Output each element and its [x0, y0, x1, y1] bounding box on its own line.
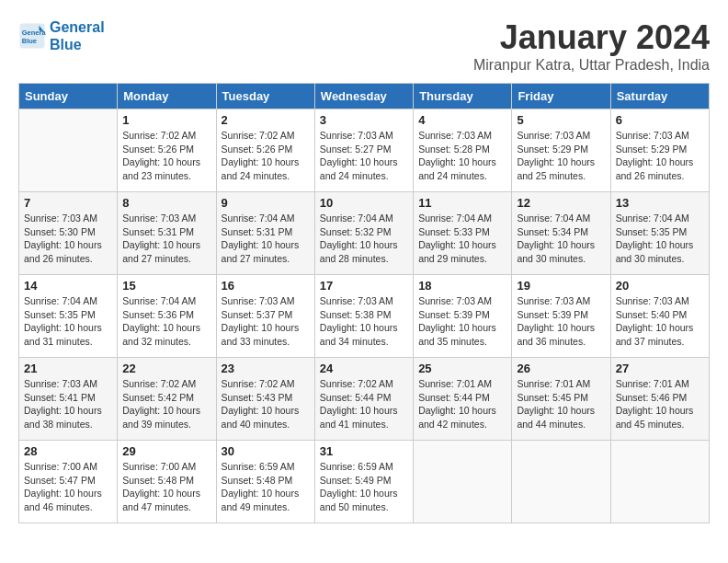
weekday-header: Tuesday: [216, 84, 314, 109]
day-detail: Sunrise: 7:01 AM Sunset: 5:45 PM Dayligh…: [517, 377, 605, 431]
day-number: 1: [122, 113, 210, 127]
calendar-cell: 7Sunrise: 7:03 AM Sunset: 5:30 PM Daylig…: [19, 192, 118, 275]
day-number: 29: [122, 444, 210, 458]
day-number: 9: [222, 196, 310, 210]
day-number: 20: [616, 279, 704, 293]
svg-text:Blue: Blue: [22, 37, 37, 45]
day-number: 31: [320, 444, 408, 458]
day-number: 30: [222, 444, 310, 458]
logo-line2: Blue: [50, 36, 105, 53]
day-detail: Sunrise: 7:03 AM Sunset: 5:39 PM Dayligh…: [517, 294, 605, 349]
day-number: 28: [24, 444, 112, 458]
page-header: General Blue General Blue January 2024 M…: [18, 18, 710, 74]
svg-text:General: General: [22, 29, 46, 37]
weekday-header: Friday: [512, 84, 610, 109]
calendar-cell: [512, 441, 610, 523]
day-detail: Sunrise: 6:59 AM Sunset: 5:49 PM Dayligh…: [320, 460, 408, 514]
calendar-cell: 3Sunrise: 7:03 AM Sunset: 5:27 PM Daylig…: [314, 109, 413, 192]
day-detail: Sunrise: 7:04 AM Sunset: 5:35 PM Dayligh…: [616, 212, 704, 266]
calendar-cell: 31Sunrise: 6:59 AM Sunset: 5:49 PM Dayli…: [314, 441, 413, 523]
day-detail: Sunrise: 7:04 AM Sunset: 5:32 PM Dayligh…: [320, 212, 408, 266]
day-detail: Sunrise: 7:02 AM Sunset: 5:44 PM Dayligh…: [320, 377, 408, 431]
calendar-cell: 4Sunrise: 7:03 AM Sunset: 5:28 PM Daylig…: [414, 109, 512, 192]
logo-line1: General: [50, 18, 105, 36]
calendar-cell: 5Sunrise: 7:03 AM Sunset: 5:29 PM Daylig…: [512, 109, 610, 192]
calendar-cell: 29Sunrise: 7:00 AM Sunset: 5:48 PM Dayli…: [118, 441, 216, 523]
day-number: 12: [517, 196, 605, 210]
logo-icon: General Blue: [18, 22, 46, 50]
calendar-cell: 9Sunrise: 7:04 AM Sunset: 5:31 PM Daylig…: [216, 192, 314, 275]
day-detail: Sunrise: 7:03 AM Sunset: 5:29 PM Dayligh…: [616, 129, 704, 183]
day-number: 5: [517, 113, 605, 127]
calendar-cell: 26Sunrise: 7:01 AM Sunset: 5:45 PM Dayli…: [512, 358, 610, 441]
calendar-cell: 30Sunrise: 6:59 AM Sunset: 5:48 PM Dayli…: [216, 441, 314, 523]
day-number: 16: [222, 279, 310, 293]
day-number: 4: [418, 113, 506, 127]
weekday-header: Wednesday: [314, 84, 413, 109]
weekday-header: Monday: [118, 84, 216, 109]
day-number: 18: [418, 279, 506, 293]
calendar-cell: 25Sunrise: 7:01 AM Sunset: 5:44 PM Dayli…: [414, 358, 512, 441]
calendar-cell: 1Sunrise: 7:02 AM Sunset: 5:26 PM Daylig…: [118, 109, 216, 192]
calendar-cell: 15Sunrise: 7:04 AM Sunset: 5:36 PM Dayli…: [118, 275, 216, 358]
calendar-cell: [19, 109, 118, 192]
weekday-header: Thursday: [414, 84, 512, 109]
day-number: 11: [418, 196, 506, 210]
calendar-cell: [414, 441, 512, 523]
day-detail: Sunrise: 7:03 AM Sunset: 5:37 PM Dayligh…: [222, 294, 310, 349]
day-number: 25: [418, 362, 506, 375]
day-number: 24: [320, 362, 408, 375]
day-number: 6: [616, 113, 704, 127]
day-detail: Sunrise: 7:02 AM Sunset: 5:26 PM Dayligh…: [122, 129, 210, 183]
calendar-cell: 23Sunrise: 7:02 AM Sunset: 5:43 PM Dayli…: [216, 358, 314, 441]
day-detail: Sunrise: 7:02 AM Sunset: 5:42 PM Dayligh…: [122, 377, 210, 431]
day-number: 3: [320, 113, 408, 127]
calendar-cell: 10Sunrise: 7:04 AM Sunset: 5:32 PM Dayli…: [314, 192, 413, 275]
calendar-cell: 11Sunrise: 7:04 AM Sunset: 5:33 PM Dayli…: [414, 192, 512, 275]
calendar-cell: 19Sunrise: 7:03 AM Sunset: 5:39 PM Dayli…: [512, 275, 610, 358]
day-number: 21: [24, 362, 112, 375]
day-detail: Sunrise: 7:03 AM Sunset: 5:28 PM Dayligh…: [418, 129, 506, 183]
calendar-title: January 2024: [473, 18, 710, 57]
day-number: 13: [616, 196, 704, 210]
day-number: 27: [616, 362, 704, 375]
calendar-cell: 21Sunrise: 7:03 AM Sunset: 5:41 PM Dayli…: [19, 358, 118, 441]
calendar-cell: 24Sunrise: 7:02 AM Sunset: 5:44 PM Dayli…: [314, 358, 413, 441]
day-detail: Sunrise: 7:03 AM Sunset: 5:39 PM Dayligh…: [418, 294, 506, 349]
calendar-cell: 28Sunrise: 7:00 AM Sunset: 5:47 PM Dayli…: [19, 441, 118, 523]
day-detail: Sunrise: 7:03 AM Sunset: 5:40 PM Dayligh…: [616, 294, 704, 349]
day-number: 19: [517, 279, 605, 293]
day-detail: Sunrise: 7:04 AM Sunset: 5:34 PM Dayligh…: [517, 212, 605, 266]
calendar-cell: 18Sunrise: 7:03 AM Sunset: 5:39 PM Dayli…: [414, 275, 512, 358]
day-detail: Sunrise: 7:03 AM Sunset: 5:27 PM Dayligh…: [320, 129, 408, 183]
day-detail: Sunrise: 7:00 AM Sunset: 5:48 PM Dayligh…: [122, 460, 210, 514]
calendar-cell: 6Sunrise: 7:03 AM Sunset: 5:29 PM Daylig…: [610, 109, 709, 192]
day-detail: Sunrise: 7:04 AM Sunset: 5:36 PM Dayligh…: [122, 294, 210, 349]
day-detail: Sunrise: 7:01 AM Sunset: 5:44 PM Dayligh…: [418, 377, 506, 431]
calendar-cell: 22Sunrise: 7:02 AM Sunset: 5:42 PM Dayli…: [118, 358, 216, 441]
calendar-cell: [610, 441, 709, 523]
calendar-subtitle: Miranpur Katra, Uttar Pradesh, India: [473, 57, 710, 74]
weekday-header: Saturday: [610, 84, 709, 109]
calendar-cell: 8Sunrise: 7:03 AM Sunset: 5:31 PM Daylig…: [118, 192, 216, 275]
day-detail: Sunrise: 7:03 AM Sunset: 5:29 PM Dayligh…: [517, 129, 605, 183]
day-detail: Sunrise: 6:59 AM Sunset: 5:48 PM Dayligh…: [222, 460, 310, 514]
day-detail: Sunrise: 7:04 AM Sunset: 5:35 PM Dayligh…: [24, 294, 112, 349]
day-number: 14: [24, 279, 112, 293]
weekday-header-row: SundayMondayTuesdayWednesdayThursdayFrid…: [19, 84, 710, 109]
day-detail: Sunrise: 7:04 AM Sunset: 5:31 PM Dayligh…: [222, 212, 310, 266]
calendar-cell: 12Sunrise: 7:04 AM Sunset: 5:34 PM Dayli…: [512, 192, 610, 275]
calendar-cell: 13Sunrise: 7:04 AM Sunset: 5:35 PM Dayli…: [610, 192, 709, 275]
calendar-table: SundayMondayTuesdayWednesdayThursdayFrid…: [18, 83, 710, 523]
day-number: 8: [122, 196, 210, 210]
day-number: 7: [24, 196, 112, 210]
calendar-week-row: 1Sunrise: 7:02 AM Sunset: 5:26 PM Daylig…: [19, 109, 710, 192]
calendar-cell: 27Sunrise: 7:01 AM Sunset: 5:46 PM Dayli…: [610, 358, 709, 441]
day-number: 2: [222, 113, 310, 127]
day-detail: Sunrise: 7:03 AM Sunset: 5:30 PM Dayligh…: [24, 212, 112, 266]
calendar-week-row: 21Sunrise: 7:03 AM Sunset: 5:41 PM Dayli…: [19, 358, 710, 441]
day-number: 15: [122, 279, 210, 293]
calendar-cell: 2Sunrise: 7:02 AM Sunset: 5:26 PM Daylig…: [216, 109, 314, 192]
day-number: 26: [517, 362, 605, 375]
day-number: 22: [122, 362, 210, 375]
